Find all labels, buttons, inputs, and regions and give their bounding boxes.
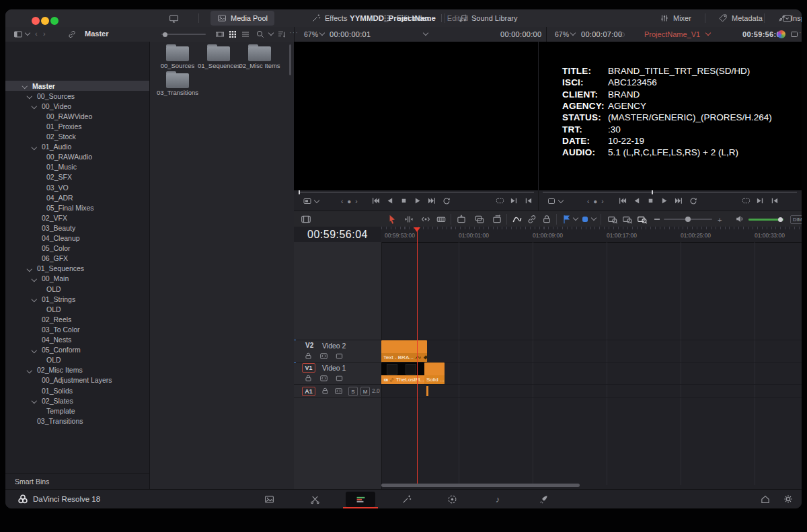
play-icon[interactable] [414,196,422,205]
ui-layout-toggle-icon[interactable] [782,13,792,24]
flag-color-chevron-icon[interactable] [573,215,578,221]
track-header-v1[interactable]: V1 Video 1 [294,363,381,384]
blade-edit-mode-icon[interactable] [436,214,447,225]
expand-chevron-icon[interactable] [32,144,37,149]
insert-clip-icon[interactable] [456,214,467,225]
marker-icon[interactable] [582,217,588,222]
bin-tree-item[interactable]: 02_SFX [5,172,149,182]
source-display-mode-button[interactable] [303,196,319,206]
settings-gear-icon[interactable] [783,494,794,504]
track-lock-icon[interactable] [304,374,313,383]
bin-tree-item[interactable]: 03_Beauty [5,223,149,233]
stop-icon[interactable] [399,196,408,205]
source-zoom-chevron-icon[interactable] [319,30,325,36]
play-to-out-icon[interactable] [510,196,518,205]
source-scrub-playhead[interactable] [299,190,300,194]
page-tab-fairlight[interactable]: ♪ [483,492,512,507]
loop-range-icon[interactable] [496,196,504,205]
clip-solid[interactable]: Solid ... [424,363,445,384]
selection-mode-icon[interactable] [387,214,397,225]
play-reverse-icon[interactable] [632,196,641,205]
bin-tree-item[interactable]: 05_Color [5,243,149,254]
track-header-v2[interactable]: V2 Video 2 [294,340,381,362]
track-lock-icon[interactable] [321,387,330,395]
source-scrub-bar[interactable] [299,192,534,193]
timeline-name[interactable]: ProjectName_V1 [644,30,700,38]
bin-tree-item[interactable]: 02_Slates [5,395,149,406]
timeline-scrub-playhead[interactable] [652,190,653,194]
last-frame-icon[interactable] [428,196,436,205]
minimize-window-button[interactable] [41,17,49,25]
bin-tree-item[interactable]: 05_Final Mixes [5,202,149,213]
timeline-scrub-bar[interactable] [543,192,797,193]
last-frame-icon[interactable] [675,196,683,205]
screen-share-icon[interactable] [169,13,179,24]
bin-tree-item[interactable]: 01_Strings [5,294,149,304]
expand-chevron-icon[interactable] [27,266,32,272]
source-more-button[interactable]: ··· [531,28,541,36]
bin-tree-item[interactable]: 00_RAWAudio [5,152,149,162]
bin-tree-item[interactable]: Master [5,81,149,91]
overwrite-clip-icon[interactable] [474,214,485,225]
sidebar-toggle-chevron-icon[interactable] [25,30,30,36]
first-frame-icon[interactable] [371,196,380,205]
bin-tree-item[interactable]: 00_Main [5,274,149,284]
bin-tree-item[interactable]: 00_RAWVideo [5,111,149,121]
back-button[interactable]: ‹ [35,30,38,38]
page-tab-media[interactable] [254,492,284,507]
page-tab-color[interactable] [437,492,467,507]
custom-zoom-icon[interactable] [637,214,648,225]
auto-select-icon[interactable] [334,387,343,395]
audio-monitor-speaker-icon[interactable] [735,214,745,224]
bin-tree-item[interactable]: 04_Nests [5,335,149,345]
folder-icon[interactable] [248,44,271,61]
color-viewer-icon[interactable] [777,30,785,38]
sort-icon[interactable] [277,30,286,39]
loop-icon[interactable] [689,196,697,205]
media-pool-button[interactable]: Media Pool [210,11,274,26]
bin-tree-item[interactable]: 02_Misc Items [5,365,149,375]
dynamic-trim-mode-icon[interactable] [420,214,431,225]
folder-icon[interactable] [207,44,230,61]
bin-tree-item[interactable]: 00_Sources [5,91,149,101]
play-from-in-icon[interactable] [524,196,533,205]
bin-tree-item[interactable]: 00_Video [5,101,149,111]
timeline-viewer-more-button[interactable]: ··· [799,28,802,36]
mute-button[interactable]: M [360,387,370,396]
position-lock-icon[interactable] [541,214,552,225]
keyframe-diamond-icon[interactable] [423,355,427,360]
bin-tree-item[interactable]: 00_Adjustment Layers [5,375,149,385]
expand-chevron-icon[interactable] [32,398,37,404]
bin-tree-item[interactable]: 01_Audio [5,142,149,152]
clip-text-brand[interactable]: Text - BRA... [381,340,427,362]
link-clips-icon[interactable] [527,214,537,225]
timeline-zoom-level[interactable]: 67% [555,30,569,38]
timeline-zoom-chevron-icon[interactable] [570,30,576,36]
sidebar-toggle-icon[interactable] [13,30,23,39]
folder-icon[interactable] [166,44,189,61]
bin-tree-item[interactable]: OLD [5,355,149,365]
page-tab-cut[interactable] [300,492,330,507]
auto-select-icon[interactable] [319,374,328,383]
play-reverse-icon[interactable] [385,196,394,205]
bin-tree-item[interactable]: 04_Cleanup [5,233,149,243]
bin-tree-item[interactable]: 06_GFX [5,254,149,264]
bin-tree-item[interactable]: 02_Reels [5,314,149,324]
flag-icon[interactable] [562,214,572,225]
track-enable-icon[interactable] [335,374,344,383]
bin-link-icon[interactable] [67,30,77,39]
expand-chevron-icon[interactable] [32,297,37,302]
search-options-chevron-icon[interactable] [268,30,274,36]
page-tab-deliver[interactable] [529,492,558,507]
timeline-display-mode-button[interactable] [547,196,563,206]
mixer-button[interactable]: Mixer [653,9,698,27]
bin-tree-item[interactable]: 02_VFX [5,213,149,223]
source-zoom-level[interactable]: 67% [304,30,318,38]
page-tab-fusion[interactable] [391,492,421,507]
bin-tree-item[interactable]: OLD [5,304,149,314]
audio-level-slider[interactable] [748,219,783,221]
expand-chevron-icon[interactable] [22,83,28,89]
track-header-a1[interactable]: A1 S M 2.0 [294,385,381,397]
source-jog-control[interactable]: ‹ ● › [341,198,359,205]
list-view-icon[interactable] [241,30,250,39]
